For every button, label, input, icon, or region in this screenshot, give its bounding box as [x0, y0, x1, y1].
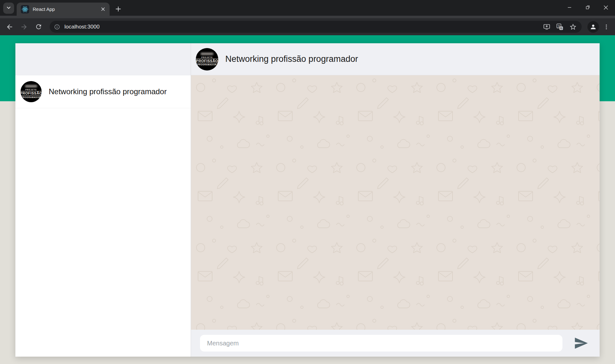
send-button[interactable]: [562, 336, 600, 351]
chat-list-item[interactable]: PROJETO PROFISSÃO PROGRAMADOR Networking…: [15, 75, 191, 108]
message-input[interactable]: [200, 335, 562, 352]
forward-button[interactable]: [18, 21, 30, 33]
doodle-pattern: [191, 75, 600, 330]
chevron-down-icon: [5, 4, 12, 12]
url-bar[interactable]: localhost:3000 文 G: [50, 21, 582, 33]
chat-list: PROJETO PROFISSÃO PROGRAMADOR Networking…: [15, 75, 191, 357]
reload-button[interactable]: [32, 21, 45, 33]
sidebar: PROJETO PROFISSÃO PROGRAMADOR Networking…: [15, 43, 191, 357]
close-icon: [101, 7, 105, 12]
star-outline-icon: [569, 23, 577, 31]
tab-title: React App: [33, 6, 99, 12]
chat-name: Networking profissão programador: [49, 87, 167, 96]
app-card: PROJETO PROFISSÃO PROGRAMADOR Networking…: [15, 43, 600, 357]
avatar-text-line: PROGRAMADOR: [197, 63, 217, 66]
chat-panel: PROJETO PROFISSÃO PROGRAMADOR Networking…: [191, 43, 600, 357]
three-dots-vertical-icon: [603, 24, 610, 30]
translate-button[interactable]: 文 G: [556, 23, 564, 31]
browser-tab[interactable]: React App: [17, 3, 110, 16]
circular-arrow-icon: [35, 23, 42, 30]
avatar-text-line: PROJETO: [201, 56, 213, 58]
avatar-blur-band: [25, 85, 37, 87]
plus-icon: [115, 5, 122, 12]
avatar-text-line: PROGRAMADOR: [21, 96, 41, 98]
chat-title: Networking profissão programador: [225, 54, 358, 64]
translate-icon: 文 G: [556, 23, 564, 31]
person-icon: [590, 23, 597, 30]
monitor-download-icon: [543, 23, 551, 31]
window-controls: [560, 0, 615, 15]
restore-icon: [585, 4, 591, 10]
profile-button[interactable]: [587, 21, 599, 33]
chat-wallpaper: [191, 75, 600, 330]
react-logo-icon: [21, 5, 29, 13]
arrow-right-icon: [20, 23, 28, 31]
chat-header-avatar: PROJETO PROFISSÃO PROGRAMADOR: [196, 48, 218, 70]
install-app-button[interactable]: [543, 23, 551, 31]
maximize-button[interactable]: [578, 0, 597, 15]
browser-toolbar: localhost:3000 文 G: [0, 16, 615, 35]
close-icon: [603, 4, 609, 11]
new-tab-button[interactable]: [113, 4, 124, 14]
avatar-blur-band: [201, 53, 214, 55]
page-background: PROJETO PROFISSÃO PROGRAMADOR Networking…: [0, 35, 615, 364]
avatar-text-line: PROJETO: [25, 89, 37, 91]
chat-footer: [191, 330, 600, 357]
minimize-icon: [567, 4, 572, 10]
bookmark-button[interactable]: [569, 23, 577, 31]
sidebar-header: [15, 43, 191, 75]
back-button[interactable]: [3, 21, 16, 33]
browser-menu-button[interactable]: [602, 21, 611, 33]
url-text: localhost:3000: [64, 24, 538, 30]
svg-text:G: G: [560, 27, 562, 30]
send-icon: [574, 336, 588, 351]
tab-close-button[interactable]: [99, 6, 106, 13]
avatar-text-line: PROFISSÃO: [21, 91, 42, 96]
minimize-button[interactable]: [560, 0, 578, 15]
avatar-text-line: PROFISSÃO: [196, 59, 218, 63]
arrow-left-icon: [6, 23, 13, 31]
site-info-icon[interactable]: [53, 22, 62, 31]
chat-header: PROJETO PROFISSÃO PROGRAMADOR Networking…: [191, 43, 600, 75]
chat-avatar: PROJETO PROFISSÃO PROGRAMADOR: [21, 81, 42, 102]
tab-search-button[interactable]: [3, 3, 14, 14]
close-window-button[interactable]: [597, 0, 615, 15]
browser-tab-strip: React App: [0, 0, 615, 16]
